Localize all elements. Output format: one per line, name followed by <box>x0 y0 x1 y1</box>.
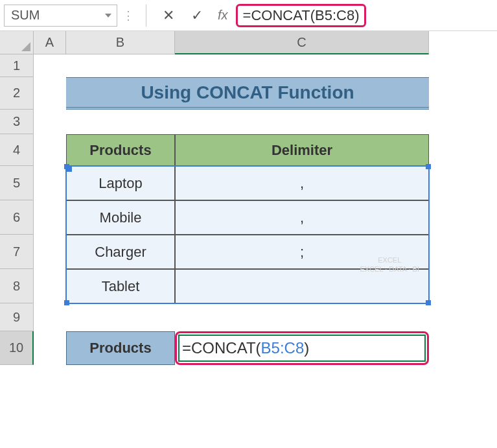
row-header-5[interactable]: 5 <box>0 166 34 200</box>
table-header-row: Products Delimiter <box>66 134 429 166</box>
cancel-icon[interactable]: ✕ <box>156 5 181 27</box>
row-header-6[interactable]: 6 <box>0 200 34 235</box>
table-row: Mobile , <box>66 200 429 235</box>
cell-b7[interactable]: Charger <box>66 235 175 269</box>
name-box[interactable]: SUM <box>4 5 117 27</box>
cell-c6[interactable]: , <box>175 200 429 235</box>
row-header-3[interactable]: 3 <box>0 110 34 134</box>
column-headers: A B C <box>34 31 497 54</box>
col-header-a[interactable]: A <box>34 31 66 54</box>
cell-b5[interactable]: Laptop <box>66 166 175 200</box>
header-delimiter[interactable]: Delimiter <box>175 134 429 166</box>
name-box-value: SUM <box>11 8 40 23</box>
fx-icon[interactable]: fx <box>213 8 233 23</box>
cell-b8[interactable]: Tablet <box>66 269 175 303</box>
formula-input[interactable]: =CONCAT(B5:C8) <box>236 3 493 28</box>
expand-dots-icon[interactable]: ⋮ <box>120 8 137 23</box>
formula-prefix: =CONCAT( <box>182 339 261 357</box>
cell-b6[interactable]: Mobile <box>66 200 175 235</box>
formula-suffix: ) <box>304 339 309 357</box>
table-row: Tablet <box>66 269 429 303</box>
formula-bar-text: =CONCAT(B5:C8) <box>243 7 360 23</box>
formula-bar: SUM ⋮ ✕ ✓ fx =CONCAT(B5:C8) <box>0 0 497 31</box>
page-title: Using CONCAT Function <box>66 77 429 110</box>
data-table: Products Delimiter Laptop , Mobile , Cha… <box>66 134 429 303</box>
cell-c8[interactable] <box>175 269 429 303</box>
row-header-2[interactable]: 2 <box>0 77 34 110</box>
row-header-10[interactable]: 10 <box>0 331 34 365</box>
table-row: Laptop , <box>66 166 429 200</box>
row-header-7[interactable]: 7 <box>0 235 34 269</box>
row-header-8[interactable]: 8 <box>0 269 34 303</box>
enter-icon[interactable]: ✓ <box>184 5 210 27</box>
row-header-1[interactable]: 1 <box>0 54 34 77</box>
formula-reference: B5:C8 <box>261 339 305 357</box>
cells-area[interactable]: Using CONCAT Function Products Delimiter… <box>34 54 497 448</box>
select-all-corner[interactable] <box>0 31 34 54</box>
row-headers: 1 2 3 4 5 6 7 8 9 10 <box>0 54 34 365</box>
output-label[interactable]: Products <box>66 331 175 365</box>
cell-c10-editing[interactable]: =CONCAT(B5:C8) <box>175 331 429 365</box>
col-header-b[interactable]: B <box>66 31 175 54</box>
title-text: Using CONCAT Function <box>141 82 354 103</box>
header-products[interactable]: Products <box>66 134 175 166</box>
col-header-c[interactable]: C <box>175 31 429 54</box>
row-header-9[interactable]: 9 <box>0 303 34 331</box>
row-header-4[interactable]: 4 <box>0 134 34 166</box>
divider <box>146 5 146 27</box>
cell-c7[interactable]: ; <box>175 235 429 269</box>
spreadsheet-grid: 1 2 3 4 5 6 7 8 9 10 A B C Using CONCAT … <box>0 31 497 448</box>
table-row: Charger ; <box>66 235 429 269</box>
formula-bar-highlight: =CONCAT(B5:C8) <box>236 4 367 27</box>
output-row: Products =CONCAT(B5:C8) <box>66 331 429 365</box>
cell-c5[interactable]: , <box>175 166 429 200</box>
